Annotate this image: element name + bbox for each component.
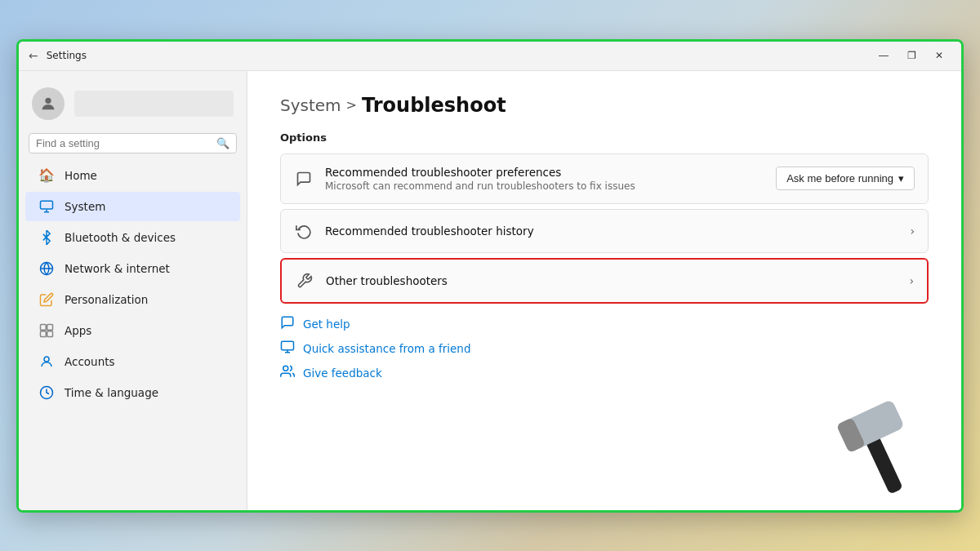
- main-wrapper: System > Troubleshoot Options Recommende…: [247, 71, 961, 510]
- quick-assist-icon: [280, 340, 295, 358]
- sidebar-item-label: Bluetooth & devices: [65, 231, 176, 244]
- window-title: Settings: [47, 50, 871, 61]
- recommended-prefs-row[interactable]: Recommended troubleshooter preferences M…: [281, 154, 928, 203]
- breadcrumb-arrow: >: [346, 97, 357, 113]
- chevron-right-icon: ›: [910, 224, 915, 238]
- svg-rect-4: [41, 331, 47, 336]
- other-troubleshooters-row[interactable]: Other troubleshooters ›: [282, 260, 927, 302]
- breadcrumb-parent: System: [280, 96, 341, 115]
- search-input[interactable]: [36, 137, 212, 149]
- section-label: Options: [280, 131, 929, 144]
- sidebar-item-label: Home: [65, 169, 97, 182]
- sidebar: 🔍 🏠 Home System Bluetooth & devices: [19, 71, 247, 510]
- sidebar-item-personalization[interactable]: Personalization: [25, 285, 240, 314]
- history-icon: [294, 221, 314, 241]
- avatar-section: [19, 81, 247, 133]
- svg-rect-3: [47, 324, 53, 330]
- quick-assist-link[interactable]: Quick assistance from a friend: [280, 340, 929, 358]
- title-bar: ← Settings — ❐ ✕: [19, 42, 961, 71]
- accounts-icon: [38, 353, 55, 370]
- minimize-button[interactable]: —: [871, 46, 896, 65]
- recommended-history-title: Recommended troubleshooter history: [325, 224, 898, 238]
- recommended-prefs-action: Ask me before running ▾: [776, 167, 915, 190]
- dropdown-label: Ask me before running: [786, 172, 893, 184]
- breadcrumb: System > Troubleshoot: [280, 94, 929, 117]
- breadcrumb-current: Troubleshoot: [362, 94, 506, 117]
- svg-rect-8: [282, 341, 294, 350]
- feedback-link[interactable]: Give feedback: [280, 364, 929, 382]
- ask-before-running-dropdown[interactable]: Ask me before running ▾: [776, 167, 915, 190]
- close-button[interactable]: ✕: [927, 46, 951, 65]
- time-icon: [38, 384, 55, 401]
- recommended-history-row[interactable]: Recommended troubleshooter history ›: [281, 210, 928, 252]
- feedback-label: Give feedback: [303, 367, 382, 380]
- recommended-prefs-title: Recommended troubleshooter preferences: [325, 166, 764, 179]
- feedback-icon: [280, 364, 295, 382]
- avatar-name-placeholder: [74, 91, 234, 117]
- sidebar-item-label: Time & language: [65, 386, 158, 399]
- recommended-prefs-icon: [294, 169, 314, 189]
- search-box[interactable]: 🔍: [29, 133, 237, 153]
- wrench-icon: [295, 271, 314, 291]
- sidebar-item-time[interactable]: Time & language: [25, 378, 240, 407]
- settings-window: ← Settings — ❐ ✕ 🔍 🏠 Home: [16, 39, 964, 513]
- sidebar-item-system[interactable]: System: [25, 192, 240, 221]
- other-troubleshooters-title: Other troubleshooters: [326, 274, 898, 287]
- back-button[interactable]: ←: [29, 49, 38, 62]
- avatar: [32, 87, 65, 120]
- sidebar-item-bluetooth[interactable]: Bluetooth & devices: [25, 223, 240, 252]
- system-icon: [38, 198, 55, 215]
- sidebar-item-apps[interactable]: Apps: [25, 316, 240, 345]
- sidebar-item-label: Accounts: [65, 355, 115, 368]
- sidebar-item-label: Network & internet: [65, 262, 170, 275]
- home-icon: 🏠: [38, 167, 55, 184]
- bluetooth-icon: [38, 229, 55, 246]
- get-help-label: Get help: [303, 318, 350, 331]
- recommended-prefs-desc: Microsoft can recommend and run troubles…: [325, 180, 764, 192]
- recommended-prefs-card: Recommended troubleshooter preferences M…: [280, 153, 929, 204]
- sidebar-item-label: System: [65, 200, 105, 213]
- sidebar-item-accounts[interactable]: Accounts: [25, 347, 240, 376]
- get-help-link[interactable]: Get help: [280, 315, 929, 333]
- main-content: System > Troubleshoot Options Recommende…: [247, 71, 961, 510]
- svg-point-9: [283, 366, 288, 371]
- quick-assist-label: Quick assistance from a friend: [303, 342, 471, 355]
- maximize-button[interactable]: ❐: [899, 46, 924, 65]
- recommended-prefs-text: Recommended troubleshooter preferences M…: [325, 166, 764, 192]
- svg-rect-1: [41, 201, 53, 209]
- other-troubleshooters-card: Other troubleshooters ›: [280, 258, 929, 304]
- chevron-down-icon: ▾: [898, 172, 904, 184]
- recommended-history-text: Recommended troubleshooter history: [325, 224, 898, 238]
- sidebar-item-home[interactable]: 🏠 Home: [25, 161, 240, 190]
- sidebar-item-label: Personalization: [65, 293, 148, 306]
- get-help-icon: [280, 315, 295, 333]
- svg-rect-5: [47, 331, 53, 336]
- recommended-history-card: Recommended troubleshooter history ›: [280, 209, 929, 253]
- apps-icon: [38, 322, 55, 339]
- help-links: Get help Quick assistance from a friend …: [280, 315, 929, 382]
- chevron-right-icon-2: ›: [909, 274, 914, 287]
- window-controls: — ❐ ✕: [871, 46, 951, 65]
- personalization-icon: [38, 291, 55, 308]
- other-troubleshooters-text: Other troubleshooters: [326, 274, 898, 287]
- svg-point-6: [44, 357, 49, 362]
- svg-rect-2: [41, 324, 47, 330]
- sidebar-item-label: Apps: [65, 324, 91, 337]
- sidebar-item-network[interactable]: Network & internet: [25, 254, 240, 283]
- svg-point-0: [45, 97, 51, 103]
- network-icon: [38, 260, 55, 277]
- search-icon: 🔍: [216, 137, 229, 149]
- window-body: 🔍 🏠 Home System Bluetooth & devices: [19, 71, 961, 510]
